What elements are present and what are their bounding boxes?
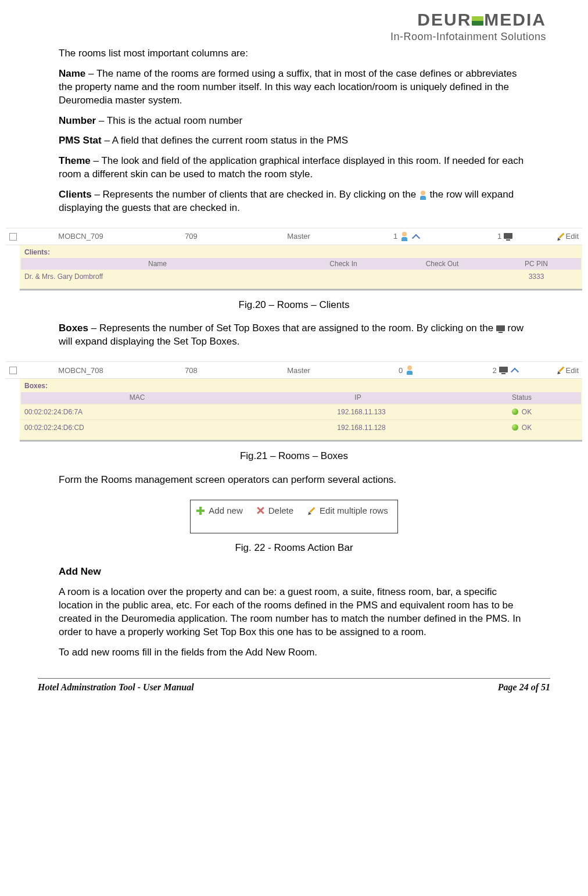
box-status: OK <box>522 423 532 432</box>
client-name: Dr. & Mrs. Gary Dombroff <box>24 272 297 281</box>
room-theme-cell: Master <box>241 365 357 376</box>
edit-multiple-button[interactable]: Edit multiple rows <box>320 505 388 517</box>
def-theme-text: – The look and field of the application … <box>59 155 524 180</box>
edit-link[interactable]: Edit <box>554 231 582 242</box>
room-name-cell: MOBCN_708 <box>20 365 142 376</box>
def-number-label: Number <box>59 115 96 126</box>
box-ip: 192.168.11.128 <box>257 423 466 432</box>
monitor-icon <box>504 233 512 241</box>
status-dot-icon <box>512 408 518 415</box>
collapse-arrow-icon <box>412 234 420 242</box>
room-number-cell: 708 <box>142 365 241 376</box>
document-header: DEUR MEDIA In-Room-Infotainment Solution… <box>0 6 588 44</box>
edit-link[interactable]: Edit <box>554 365 582 376</box>
col-checkin: Check In <box>294 259 393 268</box>
edit-label: Edit <box>566 365 579 376</box>
fig20-caption: Fig.20 – Rooms – Clients <box>0 299 588 312</box>
room-boxes-cell[interactable]: 1 <box>456 231 554 242</box>
add-new-p2: To add new rooms fill in the fields from… <box>59 646 529 660</box>
def-number-text: – This is the actual room number <box>96 115 242 126</box>
rooms-action-bar: Add new Delete Edit multiple rows <box>190 500 397 533</box>
boxes-panel-label: Boxes: <box>21 380 581 392</box>
add-new-heading-text: Add New <box>59 566 101 577</box>
def-pms-text: – A field that defines the current room … <box>102 135 348 146</box>
col-pcpin: PC PIN <box>492 259 581 268</box>
room-theme-cell: Master <box>241 231 357 242</box>
fig21-room-row[interactable]: MOBCN_708 708 Master 0 2 Edit <box>6 361 582 379</box>
def-theme-label: Theme <box>59 155 91 166</box>
col-checkout: Check Out <box>393 259 492 268</box>
def-boxes-text-a: – Represents the number of Set Top Boxes… <box>88 322 496 334</box>
add-new-p1: A room is a location over the property a… <box>59 586 529 639</box>
def-clients-label: Clients <box>59 189 92 200</box>
person-icon <box>406 365 414 375</box>
edit-label: Edit <box>566 231 579 242</box>
brand-logo-icon <box>472 16 483 26</box>
brand-subtitle: In-Room-Infotainment Solutions <box>0 30 546 44</box>
collapse-arrow-icon <box>511 368 519 376</box>
boxes-count: 1 <box>497 231 501 242</box>
fig20-room-row[interactable]: MOBCN_709 709 Master 1 1 Edit <box>6 228 582 245</box>
delete-button[interactable]: Delete <box>268 505 293 517</box>
fig21-screenshot: MOBCN_708 708 Master 0 2 Edit Boxes: MAC… <box>0 361 588 442</box>
room-boxes-cell[interactable]: 2 <box>456 365 554 376</box>
def-name-label: Name <box>59 68 85 79</box>
monitor-icon <box>499 367 508 374</box>
fig20-screenshot: MOBCN_709 709 Master 1 1 Edit Clients: N… <box>0 228 588 290</box>
client-data-row: Dr. & Mrs. Gary Dombroff 3333 <box>21 270 581 284</box>
row-checkbox[interactable] <box>9 367 17 374</box>
monitor-icon <box>496 325 505 333</box>
client-pcpin: 3333 <box>495 272 578 281</box>
box-data-row: 00:02:02:24:D6:CD 192.168.11.128 OK <box>21 420 581 435</box>
col-status: Status <box>462 393 581 402</box>
fig20-clients-panel: Clients: Name Check In Check Out PC PIN … <box>20 245 582 290</box>
footer-left: Hotel Adminstration Tool - User Manual <box>38 681 194 694</box>
fig22-wrapper: Add new Delete Edit multiple rows <box>0 500 588 533</box>
col-ip: IP <box>253 393 462 402</box>
room-number-cell: 709 <box>142 231 241 242</box>
person-icon <box>400 232 408 241</box>
client-checkin <box>297 272 396 281</box>
page-content: The rooms list most important columns ar… <box>0 44 588 224</box>
plus-icon <box>196 507 205 515</box>
brand-logo: DEUR MEDIA <box>417 8 546 32</box>
status-dot-icon <box>512 424 518 431</box>
add-new-button[interactable]: Add new <box>209 505 242 517</box>
def-clients: Clients – Represents the number of clien… <box>59 188 529 215</box>
pencil-icon <box>307 507 315 515</box>
col-name: Name <box>21 259 294 268</box>
client-checkout <box>396 272 495 281</box>
pencil-icon <box>557 232 565 241</box>
clients-count: 1 <box>393 231 397 242</box>
brand-name-right: MEDIA <box>484 8 546 32</box>
room-clients-cell[interactable]: 1 <box>357 231 456 242</box>
col-mac: MAC <box>21 393 253 402</box>
def-pms-label: PMS Stat <box>59 135 102 146</box>
add-new-heading: Add New <box>59 565 529 579</box>
clients-header-row: Name Check In Check Out PC PIN <box>21 258 581 270</box>
row-checkbox[interactable] <box>9 233 17 241</box>
box-data-row: 00:02:02:24:D6:7A 192.168.11.133 OK <box>21 404 581 420</box>
brand-name-left: DEUR <box>417 8 471 32</box>
box-mac: 00:02:02:24:D6:CD <box>24 423 257 432</box>
page-footer: Hotel Adminstration Tool - User Manual P… <box>38 678 550 697</box>
boxes-header-row: MAC IP Status <box>21 392 581 404</box>
delete-icon <box>257 507 264 514</box>
def-number: Number – This is the actual room number <box>59 114 529 128</box>
box-ip: 192.168.11.133 <box>257 407 466 417</box>
clients-panel-label: Clients: <box>21 246 581 258</box>
pencil-icon <box>557 366 565 374</box>
room-name-cell: MOBCN_709 <box>20 231 142 242</box>
def-boxes: Boxes – Represents the number of Set Top… <box>59 322 529 349</box>
fig22-caption: Fig. 22 - Rooms Action Bar <box>0 542 588 555</box>
def-clients-text-a: – Represents the number of clients that … <box>92 189 419 200</box>
boxes-count: 2 <box>492 365 496 376</box>
def-pms: PMS Stat – A field that defines the curr… <box>59 134 529 148</box>
clients-count: 0 <box>399 365 403 376</box>
fig21-boxes-panel: Boxes: MAC IP Status 00:02:02:24:D6:7A 1… <box>20 379 582 442</box>
room-clients-cell[interactable]: 0 <box>357 365 456 376</box>
def-theme: Theme – The look and field of the applic… <box>59 155 529 181</box>
def-boxes-label: Boxes <box>59 322 88 334</box>
intro-text: The rooms list most important columns ar… <box>59 47 529 60</box>
person-icon <box>419 191 427 200</box>
